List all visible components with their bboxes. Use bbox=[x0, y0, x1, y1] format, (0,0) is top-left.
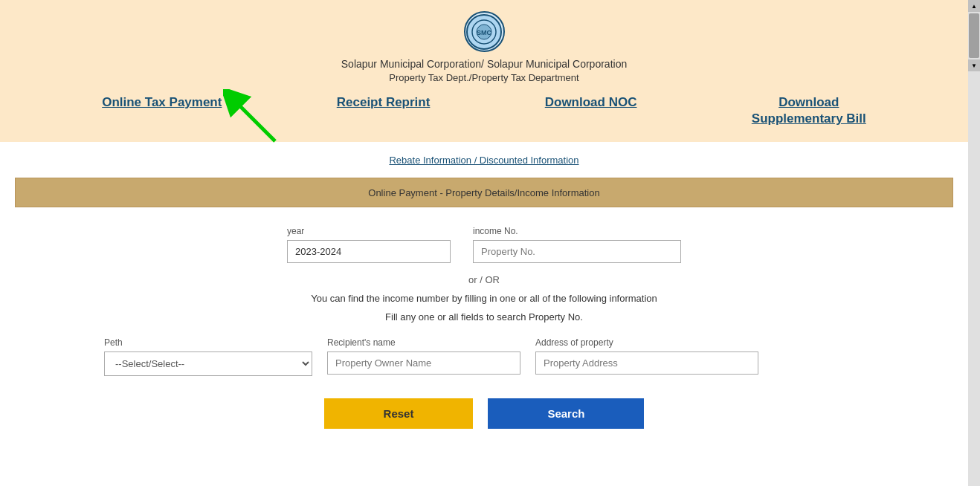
year-label: year bbox=[287, 226, 451, 236]
org-logo: SMC bbox=[464, 11, 505, 52]
button-row: Reset Search bbox=[30, 391, 938, 444]
income-no-group: income No. bbox=[473, 226, 681, 263]
logo-container: SMC bbox=[15, 11, 953, 52]
year-group: year bbox=[287, 226, 451, 263]
nav-online-tax-payment[interactable]: Online Tax Payment bbox=[102, 94, 222, 111]
income-label: income No. bbox=[473, 226, 681, 236]
form-header-title: Online Payment - Property Details/Income… bbox=[368, 187, 599, 198]
nav-links: Online Tax Payment Receipt Reprint Downl… bbox=[15, 94, 953, 127]
recipient-label: Recipient's name bbox=[327, 337, 520, 348]
scrollbar-thumb[interactable] bbox=[969, 13, 979, 58]
rebate-section: Rebate Information / Discounted Informat… bbox=[0, 142, 968, 174]
nav-download-supplementary[interactable]: Download Supplementary Bill bbox=[752, 94, 866, 127]
or-divider: or / OR bbox=[30, 274, 938, 285]
form-content: year income No. or / OR You can find the… bbox=[0, 211, 968, 459]
logo-inner: SMC bbox=[466, 14, 502, 50]
address-group: Address of property bbox=[535, 337, 758, 375]
fill-text: Fill any one or all fields to search Pro… bbox=[30, 311, 938, 323]
lower-form: Peth --Select/Select-- Recipient's name … bbox=[30, 337, 938, 376]
svg-text:SMC: SMC bbox=[477, 29, 492, 36]
scroll-up-button[interactable]: ▲ bbox=[968, 0, 980, 12]
recipient-group: Recipient's name bbox=[327, 337, 520, 375]
nav-download-noc[interactable]: Download NOC bbox=[545, 94, 637, 111]
peth-group: Peth --Select/Select-- bbox=[104, 337, 312, 376]
nav-receipt-reprint[interactable]: Receipt Reprint bbox=[337, 94, 431, 111]
property-no-input[interactable] bbox=[473, 240, 681, 263]
reset-button[interactable]: Reset bbox=[324, 398, 474, 429]
address-input[interactable] bbox=[535, 351, 758, 375]
rebate-link[interactable]: Rebate Information / Discounted Informat… bbox=[389, 155, 578, 166]
peth-label: Peth bbox=[104, 337, 312, 348]
year-input[interactable] bbox=[287, 240, 451, 263]
scrollbar[interactable]: ▲ ▼ bbox=[968, 0, 980, 486]
dept-name: Property Tax Dept./Property Tax Departme… bbox=[15, 72, 953, 83]
year-income-row: year income No. bbox=[30, 226, 938, 263]
peth-select[interactable]: --Select/Select-- bbox=[104, 351, 312, 376]
org-name: Solapur Municipal Corporation/ Solapur M… bbox=[15, 58, 953, 70]
form-section-header: Online Payment - Property Details/Income… bbox=[15, 178, 953, 207]
info-text: You can find the income number by fillin… bbox=[30, 293, 938, 304]
recipient-name-input[interactable] bbox=[327, 351, 520, 375]
header-section: SMC Solapur Municipal Corporation/ Solap… bbox=[0, 0, 968, 142]
scroll-down-button[interactable]: ▼ bbox=[968, 59, 980, 71]
search-button[interactable]: Search bbox=[488, 398, 644, 429]
address-label: Address of property bbox=[535, 337, 758, 348]
